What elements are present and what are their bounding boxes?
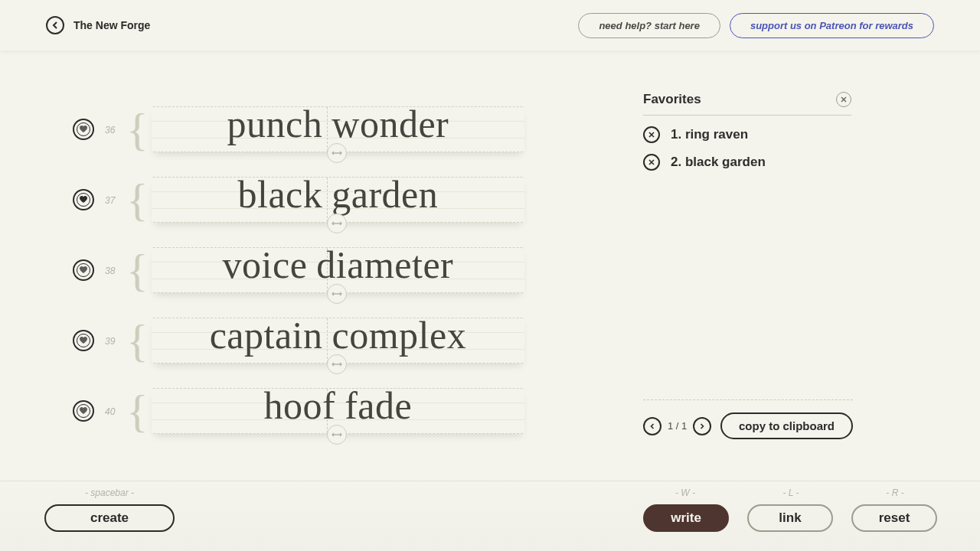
- brace-icon: {: [126, 106, 149, 152]
- word-left: hoof: [264, 384, 341, 427]
- favorite-toggle-button[interactable]: [73, 259, 94, 281]
- word-pair[interactable]: voicediameter: [152, 247, 624, 293]
- heart-icon: [79, 336, 88, 345]
- brace-icon: {: [126, 318, 149, 364]
- swap-icon: [332, 290, 342, 298]
- swap-handle[interactable]: [327, 143, 347, 163]
- row-index: 39: [105, 336, 119, 347]
- link-button[interactable]: link: [747, 504, 833, 532]
- word-right: diameter: [312, 243, 453, 286]
- word-pair[interactable]: punchwonder: [152, 106, 624, 152]
- heart-icon: [79, 125, 88, 134]
- swap-icon: [332, 220, 342, 227]
- close-icon: [648, 159, 655, 165]
- heart-icon: [79, 195, 88, 204]
- favorite-toggle-button[interactable]: [73, 330, 94, 351]
- word-left: black: [237, 173, 327, 216]
- word-right: wonder: [327, 103, 449, 145]
- reset-hint: - R -: [830, 487, 960, 498]
- heart-icon: [79, 266, 88, 275]
- brace-icon: {: [126, 247, 149, 293]
- word-right: fade: [340, 384, 412, 427]
- favorite-toggle-button[interactable]: [73, 400, 94, 422]
- pager-indicator: 1 / 1: [668, 420, 687, 432]
- back-button[interactable]: [46, 16, 64, 34]
- favorite-toggle-button[interactable]: [73, 119, 94, 140]
- swap-icon: [332, 431, 342, 439]
- row-index: 36: [105, 125, 119, 135]
- close-icon: [648, 132, 655, 138]
- favorite-toggle-button[interactable]: [73, 189, 94, 210]
- close-icon: [841, 96, 847, 103]
- word-right: complex: [328, 314, 467, 357]
- word-pair-row: 38 { voicediameter: [73, 236, 624, 307]
- page-title: The New Forge: [74, 19, 150, 31]
- pager-prev-button[interactable]: [643, 417, 662, 435]
- word-pair-row: 39 { captaincomplex: [73, 307, 624, 377]
- favorite-label: 2. black garden: [671, 155, 766, 170]
- bottom-bar: - spacebar - - W - - L - - R - create wr…: [0, 481, 980, 551]
- reset-button[interactable]: reset: [851, 504, 937, 532]
- word-left: punch: [227, 103, 328, 145]
- chevron-right-icon: [699, 423, 705, 429]
- favorite-item: 1. ring raven: [643, 126, 851, 143]
- create-button[interactable]: create: [44, 504, 175, 532]
- row-index: 37: [105, 195, 119, 206]
- favorite-remove-button[interactable]: [643, 126, 660, 143]
- word-left: captain: [210, 314, 328, 357]
- word-pair-row: 36 { punchwonder: [73, 96, 624, 166]
- heart-icon: [79, 406, 88, 416]
- swap-handle[interactable]: [327, 354, 347, 374]
- word-right: garden: [327, 173, 438, 216]
- favorite-label: 1. ring raven: [671, 127, 748, 142]
- favorites-panel: Favorites 1. ring raven 2. black garden: [643, 92, 851, 181]
- swap-icon: [332, 149, 342, 157]
- swap-handle[interactable]: [327, 425, 347, 445]
- swap-icon: [332, 360, 342, 368]
- header-bar: The New Forge need help? start here supp…: [0, 0, 980, 51]
- row-index: 38: [105, 266, 119, 276]
- favorites-close-button[interactable]: [836, 92, 851, 107]
- chevron-left-icon: [649, 423, 655, 429]
- word-left: voice: [223, 243, 312, 286]
- row-index: 40: [105, 406, 119, 417]
- swap-handle[interactable]: [327, 284, 347, 304]
- help-button[interactable]: need help? start here: [578, 13, 720, 38]
- brace-icon: {: [126, 177, 149, 223]
- word-pair-row: 40 { hooffade: [73, 377, 624, 448]
- create-hint: - spacebar -: [44, 487, 175, 498]
- swap-handle[interactable]: [327, 214, 347, 233]
- word-pair[interactable]: hooffade: [152, 388, 624, 434]
- favorite-item: 2. black garden: [643, 154, 851, 171]
- copy-clipboard-button[interactable]: copy to clipboard: [720, 412, 853, 439]
- favorites-header: Favorites: [643, 92, 851, 116]
- word-pair[interactable]: captaincomplex: [152, 318, 624, 364]
- brace-icon: {: [126, 388, 149, 434]
- patreon-button[interactable]: support us on Patreon for rewards: [730, 13, 934, 38]
- word-pair[interactable]: blackgarden: [152, 177, 624, 223]
- favorites-title: Favorites: [643, 92, 836, 107]
- word-pair-list: 36 { punchwonder 37 { blackgarden: [73, 96, 624, 448]
- favorites-footer: 1 / 1 copy to clipboard: [643, 399, 853, 439]
- favorite-remove-button[interactable]: [643, 154, 660, 171]
- write-button[interactable]: write: [643, 504, 729, 532]
- word-pair-row: 37 { blackgarden: [73, 166, 624, 236]
- pager-next-button[interactable]: [693, 417, 711, 435]
- chevron-left-icon: [51, 21, 59, 29]
